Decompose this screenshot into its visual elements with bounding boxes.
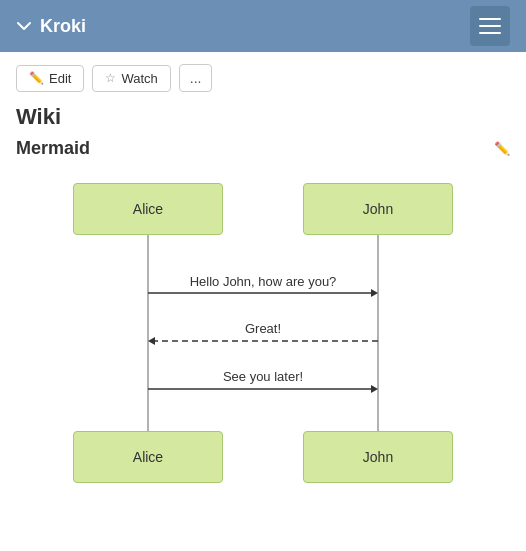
hamburger-line bbox=[479, 25, 501, 27]
svg-marker-3 bbox=[371, 289, 378, 297]
app-header: Kroki bbox=[0, 0, 526, 52]
edit-button[interactable]: ✏️ Edit bbox=[16, 65, 84, 92]
section-edit-icon[interactable]: ✏️ bbox=[494, 141, 510, 156]
star-icon: ☆ bbox=[105, 71, 116, 85]
toolbar: ✏️ Edit ☆ Watch ... bbox=[0, 52, 526, 104]
edit-icon: ✏️ bbox=[29, 71, 44, 85]
page-title: Wiki bbox=[16, 104, 510, 130]
actor-alice-top: Alice bbox=[73, 183, 223, 235]
watch-label: Watch bbox=[121, 71, 157, 86]
actor-john-bottom: John bbox=[303, 431, 453, 483]
more-button[interactable]: ... bbox=[179, 64, 213, 92]
hamburger-line bbox=[479, 18, 501, 20]
watch-button[interactable]: ☆ Watch bbox=[92, 65, 170, 92]
section-title-text: Mermaid bbox=[16, 138, 90, 159]
mermaid-diagram: Alice John Alice John Hello John, how ar… bbox=[53, 183, 473, 483]
svg-text:Hello John, how are you?: Hello John, how are you? bbox=[190, 274, 337, 289]
svg-text:Great!: Great! bbox=[245, 321, 281, 336]
diagram-container: Alice John Alice John Hello John, how ar… bbox=[16, 175, 510, 491]
svg-marker-9 bbox=[371, 385, 378, 393]
hamburger-button[interactable] bbox=[470, 6, 510, 46]
chevron-down-icon[interactable] bbox=[16, 18, 32, 34]
hamburger-line bbox=[479, 32, 501, 34]
actor-alice-bottom: Alice bbox=[73, 431, 223, 483]
page-content: Wiki Mermaid ✏️ Alice John Alice John bbox=[0, 104, 526, 507]
section-header: Mermaid ✏️ bbox=[16, 138, 510, 159]
app-title-group: Kroki bbox=[16, 16, 86, 37]
app-title: Kroki bbox=[40, 16, 86, 37]
svg-marker-6 bbox=[148, 337, 155, 345]
edit-label: Edit bbox=[49, 71, 71, 86]
svg-text:See you later!: See you later! bbox=[223, 369, 303, 384]
actor-john-top: John bbox=[303, 183, 453, 235]
more-label: ... bbox=[190, 70, 202, 86]
